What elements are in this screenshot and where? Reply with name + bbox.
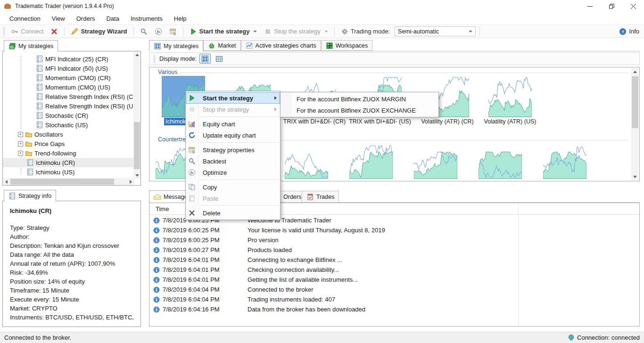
thumbnail-label[interactable]: TRIX with DI+&DI- (CR)	[283, 118, 346, 125]
expand-icon[interactable]: +	[18, 132, 23, 137]
display-mode-table-button[interactable]	[214, 54, 225, 64]
thumbnail-label[interactable]: TRIX with DI+&DI- (US)	[349, 118, 411, 125]
message-row: 7/8/2019 6:00:27 PMProducts loaded	[149, 245, 639, 255]
list-icon	[36, 121, 43, 129]
tab-strategy-info[interactable]: Strategy info	[4, 190, 56, 201]
strategy-info-line: Author:	[10, 232, 133, 241]
strategy-info-line: Annual rate of return (APR): 1007,90%	[10, 259, 133, 268]
properties-button[interactable]	[167, 27, 179, 36]
menu-data[interactable]: Data	[100, 13, 124, 24]
restore-button[interactable]	[601, 0, 622, 12]
message-text: Products loaded	[248, 246, 292, 253]
info-button[interactable]: ? Info	[619, 28, 641, 35]
strategy-wizard-label: Strategy Wizard	[81, 28, 127, 35]
optimize-button[interactable]: fx	[152, 27, 165, 36]
menu-item-equity-chart[interactable]: Equity chart	[186, 118, 280, 130]
svg-text:?: ?	[622, 29, 625, 34]
tree-item[interactable]: MFI Indicator (25) (CR)	[3, 54, 133, 64]
tree-hscrollbar[interactable]	[3, 178, 134, 185]
play-icon	[188, 94, 196, 102]
strategy-thumbnail[interactable]	[349, 144, 393, 179]
tab-market[interactable]: Market	[203, 40, 240, 51]
search-button[interactable]	[138, 27, 150, 36]
menu-item-update-equity-chart[interactable]: Update equity chart	[186, 130, 280, 141]
menu-connection[interactable]: Connection	[4, 13, 46, 24]
strategy-info-line: Data range: All the data	[10, 250, 133, 259]
copy-icon	[188, 183, 196, 191]
thumbnail-label-selected[interactable]: Ichimoku (CR)	[164, 118, 186, 125]
menu-orders[interactable]: Orders	[71, 13, 101, 24]
menu-item-start-the-strategy[interactable]: Start the strategy	[186, 92, 280, 104]
tree-vscrollbar[interactable]	[133, 51, 140, 179]
message-row: 7/8/2019 6:04:01 PMConnecting to exchang…	[149, 255, 639, 265]
menu-item-paste[interactable]: Paste	[186, 193, 280, 204]
tree-item[interactable]: Momentum (CMO) (US)	[3, 82, 133, 92]
display-mode-tiles-button[interactable]	[199, 54, 211, 64]
tab-label: Trades	[316, 194, 334, 200]
strategy-thumbnail[interactable]	[479, 144, 522, 179]
thumbnail-label[interactable]: Volatility (ATR) (CR)	[421, 118, 474, 125]
menu-help[interactable]: Help	[168, 13, 192, 24]
tree-item[interactable]: +Price Gaps	[3, 139, 133, 148]
tree-item[interactable]: Ichimoku (CR)	[3, 158, 133, 167]
tab-my-strategies[interactable]: My strategies	[149, 40, 203, 51]
connect-button[interactable]: Connect	[8, 27, 46, 36]
minimize-button[interactable]	[579, 0, 601, 12]
strategy-wizard-button[interactable]: Strategy Wizard	[68, 27, 129, 36]
props-icon	[188, 146, 196, 154]
menu-item-stop-the-strategy[interactable]: Stop the strategy	[186, 104, 280, 115]
message-time: 7/8/2019 6:04:01 PM	[163, 276, 244, 283]
tab-workspaces[interactable]: Workspaces	[321, 40, 373, 51]
strategy-thumbnail[interactable]	[543, 144, 586, 179]
globe-icon	[568, 334, 575, 341]
tree-item[interactable]: Momentum (CMO) (CR)	[3, 73, 133, 82]
strategy-thumbnail[interactable]	[285, 144, 328, 179]
charts-vscrollbar[interactable]	[631, 68, 639, 180]
trading-mode-select[interactable]: Semi-automatic	[395, 26, 476, 36]
strategy-info-line: Type: Strategy	[10, 223, 133, 232]
tree-item-label: Stochastic (CR)	[45, 112, 88, 119]
expand-icon[interactable]: +	[18, 151, 23, 156]
submenu-item[interactable]: For the account Bitfinex ZUOX MARGIN	[281, 93, 438, 105]
thumbnail-label[interactable]: Volatility (ATR) (US)	[484, 118, 537, 125]
toolbar: Connect Strategy Wizard fx Start the str…	[0, 24, 644, 38]
strategy-info-line: Position size: 14% of equity	[10, 277, 133, 286]
tree-item[interactable]: Ichimoku (US)	[3, 167, 133, 177]
strategy-thumbnail[interactable]	[414, 144, 457, 179]
tree-item[interactable]: Stochastic (CR)	[3, 111, 133, 120]
list-icon	[36, 74, 43, 82]
tree-item[interactable]: MFI Indicator (50) (US)	[3, 64, 133, 73]
menu-instruments[interactable]: Instruments	[125, 13, 168, 24]
folder-icon	[25, 140, 33, 147]
menu-view[interactable]: View	[46, 13, 71, 24]
expand-icon[interactable]: +	[18, 141, 23, 147]
tab-trades[interactable]: Trades	[302, 191, 339, 203]
submenu-item[interactable]: For the account Bitfinex ZUOX EXCHANGE	[281, 105, 438, 116]
tab-active-strategies-charts[interactable]: Active strategies charts	[241, 40, 321, 51]
disconnect-button[interactable]	[48, 27, 60, 36]
menu-item-copy[interactable]: Copy	[186, 181, 280, 193]
connect-label: Connect	[21, 28, 43, 35]
menu-item-strategy-properties[interactable]: Strategy properties	[186, 144, 280, 155]
list-icon	[36, 102, 43, 110]
tree-item-label: Stochastic (US)	[45, 122, 88, 129]
tab-my-strategies-left[interactable]: My strategies	[4, 40, 58, 51]
menu-item-optimize[interactable]: fxOptimize	[186, 167, 280, 178]
tree-item[interactable]: +Trend-following	[3, 148, 133, 158]
strategy-thumbnail[interactable]	[488, 76, 532, 117]
menu-item-delete[interactable]: Delete	[186, 207, 280, 219]
start-strategy-button[interactable]: Start the strategy	[187, 27, 260, 36]
tree-item-label: Momentum (CMO) (CR)	[45, 74, 111, 82]
status-bar: Connected to the broker. Connection: con…	[0, 332, 644, 343]
tree-item[interactable]: Stochastic (US)	[3, 120, 133, 130]
infoball-icon	[153, 277, 160, 283]
tree-item[interactable]: Relative Strength Index (RSI) (US)	[3, 101, 133, 111]
close-button[interactable]	[622, 0, 644, 12]
stop-strategy-button[interactable]: Stop the strategy	[262, 27, 330, 36]
tree-item[interactable]: Relative Strength Index (RSI) (CR)	[3, 92, 133, 101]
menu-item-backtest[interactable]: Backtest	[186, 155, 280, 167]
tree-item[interactable]: +Oscillators	[3, 130, 133, 139]
paste-icon	[188, 195, 196, 202]
folder-icon	[25, 149, 33, 157]
time-column-header[interactable]: Time	[156, 205, 169, 212]
